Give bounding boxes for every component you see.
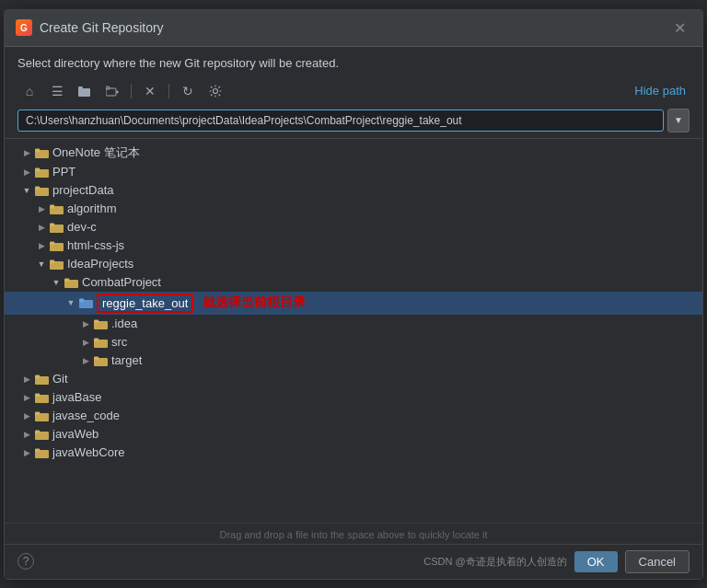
delete-button[interactable]: ✕ xyxy=(138,81,162,101)
list-item[interactable]: ▶ PPT xyxy=(5,163,702,181)
footer-actions: CSDN @奇迹是执着的人创造的 OK Cancel xyxy=(423,550,690,573)
help-button[interactable]: ? xyxy=(17,553,34,570)
folder-button[interactable] xyxy=(73,81,97,101)
new-folder-button[interactable] xyxy=(100,81,124,101)
folder-icon xyxy=(34,165,49,179)
list-item[interactable]: ▶ javaBase xyxy=(5,388,702,407)
item-label: javase_code xyxy=(52,409,120,422)
footer: ? CSDN @奇迹是执着的人创造的 OK Cancel xyxy=(5,544,702,579)
path-bar: ▼ xyxy=(17,109,690,133)
close-button[interactable]: ✕ xyxy=(668,17,691,39)
list-item[interactable]: ▶ javaWeb xyxy=(5,425,702,444)
folder-icon xyxy=(49,257,64,271)
item-label: javaBase xyxy=(52,390,101,404)
collapse-arrow[interactable]: ▶ xyxy=(19,165,34,179)
folder-icon xyxy=(49,202,64,216)
collapse-arrow[interactable]: ▼ xyxy=(49,275,64,290)
item-label: OneNote 笔记本 xyxy=(52,144,140,161)
ok-button[interactable]: OK xyxy=(574,551,618,572)
item-label: javaWebCore xyxy=(52,445,125,459)
title-bar: G Create Git Repository ✕ xyxy=(5,10,702,47)
toolbar-buttons: ⌂ ☰ ✕ ↻ xyxy=(17,81,227,101)
collapse-arrow[interactable]: ▼ xyxy=(64,295,78,310)
collapse-arrow[interactable]: ▼ xyxy=(19,183,34,198)
collapse-arrow[interactable]: ▶ xyxy=(34,220,49,235)
list-button[interactable]: ☰ xyxy=(45,81,69,101)
list-item[interactable]: ▶ javaWebCore xyxy=(5,444,702,462)
item-label: CombatProject xyxy=(82,275,161,289)
refresh-button[interactable]: ↻ xyxy=(176,81,200,101)
svg-rect-40 xyxy=(35,448,40,452)
folder-icon xyxy=(34,390,49,405)
list-item[interactable]: ▼ IdeaProjects xyxy=(5,255,702,273)
svg-rect-12 xyxy=(35,186,40,190)
annotation-text: 就选择当前根目录 xyxy=(203,294,306,311)
drag-hint: Drag and drop a file into the space abov… xyxy=(5,523,702,544)
cancel-button[interactable]: Cancel xyxy=(625,550,690,573)
list-item[interactable]: ▶ .idea xyxy=(5,315,702,333)
svg-rect-0 xyxy=(78,88,90,97)
list-item[interactable]: ▶ algorithm xyxy=(5,200,702,218)
collapse-arrow[interactable]: ▶ xyxy=(78,353,93,368)
dialog-title: Create Git Repository xyxy=(40,20,164,35)
item-label: dev-c xyxy=(67,220,97,234)
home-button[interactable]: ⌂ xyxy=(17,81,41,101)
folder-icon xyxy=(93,353,108,368)
item-label: target xyxy=(111,353,142,367)
item-label: algorithm xyxy=(67,202,116,215)
item-label: IdeaProjects xyxy=(67,257,133,271)
hide-path-button[interactable]: Hide path xyxy=(631,82,690,99)
watermark-text: CSDN @奇迹是执着的人创造的 xyxy=(423,555,566,569)
list-item[interactable]: ▶ src xyxy=(5,333,702,352)
list-item[interactable]: ▶ html-css-js xyxy=(5,236,702,255)
collapse-arrow[interactable]: ▶ xyxy=(19,427,34,442)
folder-icon xyxy=(64,275,78,290)
collapse-arrow[interactable]: ▼ xyxy=(34,257,49,271)
folder-icon xyxy=(34,145,49,160)
list-item[interactable]: ▶ OneNote 笔记本 xyxy=(5,143,702,163)
item-label: html-css-js xyxy=(67,238,124,252)
svg-rect-38 xyxy=(35,430,40,433)
toolbar: ⌂ ☰ ✕ ↻ xyxy=(5,77,702,105)
folder-icon xyxy=(34,372,49,386)
item-label: PPT xyxy=(52,165,75,179)
title-bar-left: G Create Git Repository xyxy=(16,19,164,36)
list-item[interactable]: ▶ target xyxy=(5,352,702,370)
list-item[interactable]: ▶ javase_code xyxy=(5,407,702,425)
collapse-arrow[interactable]: ▶ xyxy=(19,372,34,386)
settings-button[interactable] xyxy=(203,81,227,101)
svg-rect-22 xyxy=(64,278,69,282)
list-item[interactable]: ▼ CombatProject xyxy=(5,273,702,292)
svg-rect-24 xyxy=(79,299,84,303)
list-item[interactable]: ▶ Git xyxy=(5,370,702,388)
collapse-arrow[interactable]: ▶ xyxy=(78,335,93,350)
path-input[interactable] xyxy=(17,110,664,132)
svg-rect-30 xyxy=(94,356,99,360)
item-label: .idea xyxy=(111,317,137,330)
folder-icon xyxy=(34,183,49,198)
folder-icon xyxy=(93,317,108,331)
path-dropdown-button[interactable]: ▼ xyxy=(667,109,690,133)
collapse-arrow[interactable]: ▶ xyxy=(78,317,93,331)
file-tree[interactable]: ▶ OneNote 笔记本 ▶ PPT ▼ xyxy=(5,138,702,523)
collapse-arrow[interactable]: ▶ xyxy=(19,409,34,423)
list-item[interactable]: ▼ reggie_take_out 就选择当前根目录 xyxy=(5,292,702,315)
folder-icon xyxy=(78,295,93,310)
svg-rect-16 xyxy=(50,223,54,226)
folder-icon xyxy=(49,238,64,253)
list-item[interactable]: ▶ dev-c xyxy=(5,218,702,236)
item-label: projectData xyxy=(52,183,113,197)
dialog-subtitle: Select directory where the new Git repos… xyxy=(5,47,702,77)
collapse-arrow[interactable]: ▶ xyxy=(19,390,34,405)
help-label[interactable]: ? xyxy=(17,553,34,570)
list-item[interactable]: ▼ projectData xyxy=(5,181,702,200)
svg-rect-28 xyxy=(94,338,99,341)
collapse-arrow[interactable]: ▶ xyxy=(19,445,34,460)
collapse-arrow[interactable]: ▶ xyxy=(34,238,49,253)
svg-rect-1 xyxy=(78,86,83,89)
folder-icon xyxy=(34,427,49,442)
collapse-arrow[interactable]: ▶ xyxy=(19,145,34,160)
svg-rect-20 xyxy=(50,259,54,263)
svg-rect-26 xyxy=(94,319,99,323)
collapse-arrow[interactable]: ▶ xyxy=(34,202,49,216)
